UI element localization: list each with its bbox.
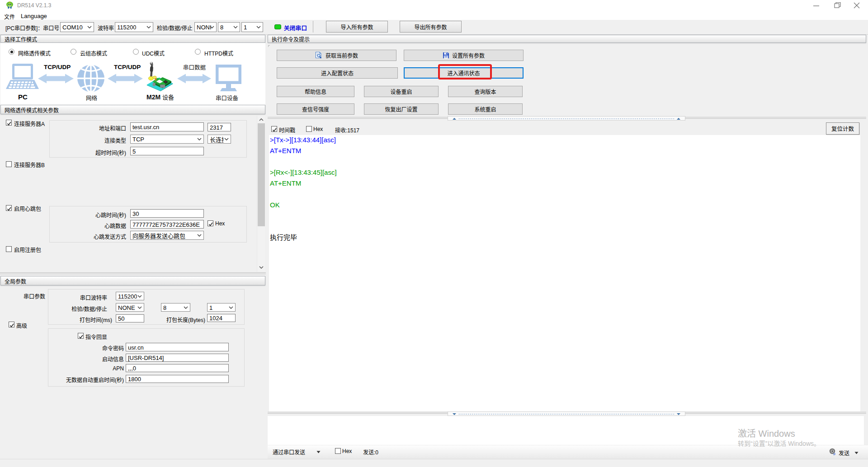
svg-text:TCP/UDP: TCP/UDP	[44, 64, 71, 70]
svg-text:TCP/UDP: TCP/UDP	[114, 64, 141, 70]
svg-text:PC: PC	[18, 93, 28, 101]
svg-text:串口设备: 串口设备	[216, 95, 239, 102]
svg-text:串口数据: 串口数据	[183, 64, 206, 71]
svg-text:网络: 网络	[86, 95, 98, 102]
svg-text:M2M 设备: M2M 设备	[146, 93, 174, 101]
